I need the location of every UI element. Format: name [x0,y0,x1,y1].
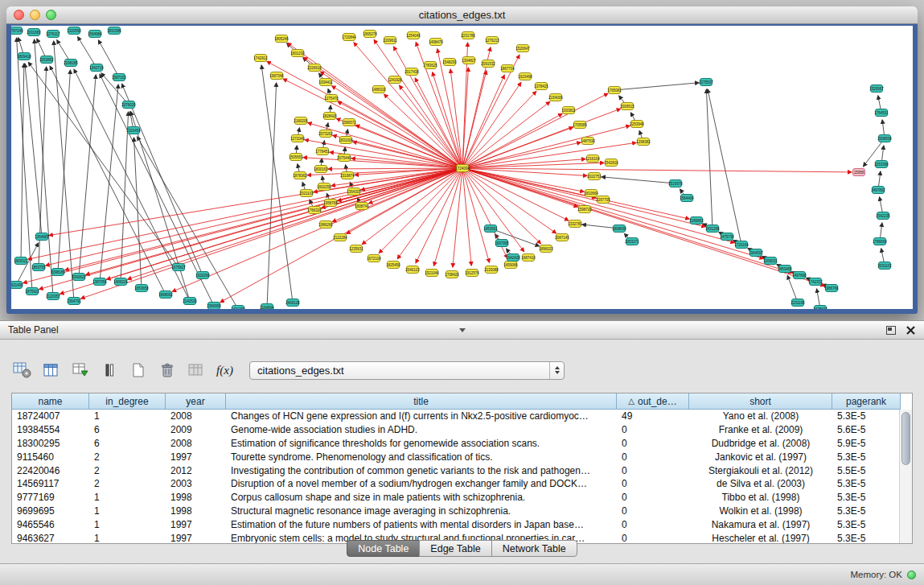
graph-node[interactable]: 1810664 [584,190,598,197]
graph-node[interactable]: 15958 [853,169,865,176]
graph-node[interactable]: 1241926 [388,76,402,84]
graph-node[interactable]: 2009515 [620,103,634,110]
graph-node[interactable]: 2087145 [555,234,569,241]
graph-node[interactable]: 1809418 [17,53,31,60]
graph-edge[interactable] [98,40,119,77]
row-height-icon[interactable] [98,360,120,381]
graph-node[interactable]: 1505651 [289,154,303,161]
column-header-year[interactable]: year [166,393,226,410]
graph-edge[interactable] [462,168,596,198]
graph-node[interactable]: 1486310 [372,86,386,93]
window-titlebar[interactable]: citations_edges.txt [6,6,918,24]
graph-node[interactable]: 1521044 [425,270,439,277]
graph-node[interactable]: 1216104 [585,155,600,163]
graph-node[interactable]: 2475633 [813,306,827,310]
close-window-button[interactable] [14,10,24,20]
graph-node[interactable]: 2120357 [46,293,60,300]
graph-node[interactable]: 1497898 [792,272,807,279]
graph-edge[interactable] [81,168,462,299]
graph-node[interactable]: 2209031 [763,257,778,265]
graph-node[interactable]: 1934411 [318,79,333,86]
graph-node[interactable]: 2409128 [285,299,300,307]
tab-node-table[interactable]: Node Table [347,540,420,557]
graph-node[interactable]: 2319874 [340,172,355,179]
graph-node[interactable]: 2231780 [461,32,475,39]
zoom-window-button[interactable] [46,10,56,20]
graph-node[interactable]: 2076020 [121,101,136,109]
graph-node[interactable]: 2519970 [668,180,683,187]
graph-node[interactable]: 1332781 [568,220,582,228]
graph-node[interactable]: 2276117 [46,31,60,38]
graph-node[interactable]: 1720844 [342,34,356,41]
graph-node[interactable]: 1431393 [231,306,245,310]
graph-node[interactable]: 1542235 [876,212,890,220]
minimize-window-button[interactable] [30,10,40,20]
table-row[interactable]: 1456911722003Disruption of a novel membe… [12,477,899,491]
graph-node[interactable]: 1623498 [518,73,532,80]
table-row[interactable]: 911546021997Tourette syndrome. Phenomeno… [12,450,899,463]
column-header-short[interactable]: short [689,393,832,410]
graph-node[interactable]: 1631490 [11,282,23,289]
graph-node[interactable]: 2133088 [484,266,499,274]
graph-node[interactable]: 1687410 [521,254,536,262]
graph-node[interactable]: 1672104 [367,255,381,262]
graph-node[interactable]: 1828420 [322,113,337,120]
graph-edge[interactable] [602,177,676,183]
column-header-name[interactable]: name [12,393,89,410]
graph-node[interactable]: 1487530 [581,138,595,145]
graph-edge[interactable] [462,75,504,168]
table-settings-icon[interactable] [11,360,33,381]
graph-node[interactable]: 1964597 [749,249,763,257]
table-row[interactable]: 946554611997Estimation of the future num… [12,517,899,531]
graph-node[interactable]: 2017438 [405,68,419,76]
graph-node[interactable]: 2142526 [183,298,197,305]
graph-edge[interactable] [706,89,713,229]
graph-node[interactable]: 1783625 [423,62,437,69]
graph-node[interactable]: 2180206 [294,117,308,125]
function-builder-icon[interactable]: f(x) [214,360,236,381]
graph-node[interactable]: 1520067 [869,85,884,93]
graph-node[interactable]: 2320454 [126,127,141,134]
delete-column-icon[interactable] [156,360,178,381]
graph-node[interactable]: 1867734 [500,65,515,72]
graph-node[interactable]: 2253948 [630,121,644,128]
graph-node[interactable]: 2297705 [596,196,610,204]
graph-node[interactable]: 1235631 [349,245,363,253]
graph-node[interactable]: 1304827 [462,57,476,64]
table-row[interactable]: 977716911998Corpus callosum shape and si… [12,491,899,505]
graph-node[interactable]: 1805246 [274,35,289,43]
graph-edge[interactable] [462,168,569,220]
graph-node[interactable]: 1272040 [290,135,305,142]
network-graph[interactable]: 1724094180524616012302226610193441112754… [11,26,913,309]
graph-node[interactable]: 1342719 [89,64,104,72]
graph-node[interactable]: 1766320 [307,207,322,214]
graph-node[interactable]: 1409224 [113,278,128,286]
graph-edge[interactable] [462,91,536,168]
graph-edge[interactable] [46,168,462,266]
graph-node[interactable]: 2275537 [699,79,713,86]
toggle-columns-icon[interactable] [40,360,62,381]
panel-grip-icon[interactable] [459,328,466,332]
table-scrollbar[interactable] [899,410,912,543]
graph-edge[interactable] [287,43,462,168]
graph-edge[interactable] [21,64,24,261]
graph-node[interactable]: 2453465 [778,266,792,273]
new-column-icon[interactable] [127,360,149,381]
graph-edge[interactable] [133,138,142,288]
graph-edge[interactable] [100,74,214,306]
graph-edge[interactable] [131,112,190,301]
graph-node[interactable]: 1564404 [680,195,694,202]
graph-node[interactable]: 1987346 [269,72,284,80]
graph-edge[interactable] [28,168,462,259]
graph-node[interactable]: 1958768 [323,200,338,207]
graph-node[interactable]: 2122284 [333,234,347,241]
graph-node[interactable]: 1275470 [324,95,339,102]
graph-edge[interactable] [49,168,462,236]
graph-node[interactable]: 1548293 [442,59,457,66]
graph-node[interactable]: 2364791 [67,298,81,305]
graph-node[interactable]: 1830163 [314,166,328,173]
graph-node[interactable]: 2008934 [877,135,892,142]
graph-node[interactable]: 1933811 [561,107,576,114]
graph-edge[interactable] [332,86,462,168]
table-select-combo[interactable]: citations_edges.txt [249,361,565,380]
